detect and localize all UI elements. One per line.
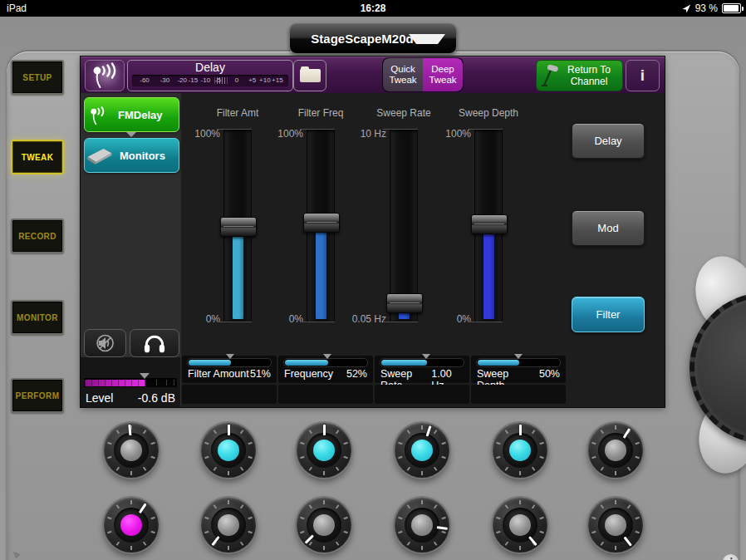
hardware-knob-inactive[interactable] (588, 498, 643, 553)
knob-cap-magenta (120, 514, 142, 536)
mixer-surface: StageScapeM20d SETUPTWEAKRECORDMONITORPE… (0, 17, 746, 560)
device-selector-dropdown[interactable]: StageScapeM20d (289, 23, 457, 54)
hardware-knob-inactive[interactable] (395, 498, 449, 553)
knob-cap-gray (313, 514, 335, 536)
fader-min-label: 0% (418, 313, 471, 325)
channel-mic-button[interactable] (85, 60, 125, 91)
quick-tweak-tab[interactable]: Quick Tweak (383, 58, 423, 91)
fader-fill (316, 224, 326, 319)
tweak-mode-switch: Quick Tweak Deep Tweak (383, 58, 463, 91)
delay-section-button[interactable]: Delay (572, 123, 645, 159)
fader-filter-amt[interactable]: Filter Amt100%0% (223, 129, 252, 322)
hardware-knob-inactive[interactable] (201, 498, 256, 553)
scale-tick-label: 0 (235, 76, 238, 84)
fader-handle[interactable] (471, 214, 508, 234)
fader-max-label: 10 Hz (333, 128, 386, 140)
param-slider[interactable] (380, 358, 464, 367)
preset-folder-button[interactable] (293, 60, 326, 91)
return-to-channel-button[interactable]: Return To Channel (536, 60, 623, 91)
knob-cap-cyan (313, 440, 335, 461)
tweak-window: Delay -60-30-20-15-10-50+5+10+15 Quick T… (81, 56, 665, 407)
param-empty-cell (182, 385, 277, 404)
filter-section-button[interactable]: Filter (572, 297, 645, 332)
param-label: Frequency (284, 368, 333, 380)
hardware-knob-inactive[interactable] (588, 423, 643, 478)
hardware-knob-magenta[interactable] (104, 498, 159, 553)
info-button[interactable]: i (626, 60, 660, 91)
sidebar-button-monitor[interactable]: MONITOR (11, 300, 64, 335)
scale-tick-label: -20 (177, 76, 187, 84)
fader-handle[interactable] (303, 213, 340, 233)
param-marker-icon (226, 354, 234, 359)
sidebar-button-setup[interactable]: SETUP (11, 60, 64, 95)
scale-tick-label: -10 (201, 76, 211, 84)
fader-fill (483, 225, 494, 319)
deep-tweak-tab[interactable]: Deep Tweak (423, 58, 463, 91)
level-marker-icon (140, 373, 150, 379)
param-marker-icon (422, 354, 430, 359)
scale-tick-label: -30 (160, 76, 170, 84)
fader-max-label: 100% (418, 128, 471, 140)
headphones-icon (142, 333, 167, 354)
param-text: Frequency52% (284, 368, 367, 380)
knob-cap-cyan (218, 440, 239, 461)
fader-fill (233, 228, 243, 319)
info-icon: i (640, 66, 645, 85)
fmdelay-effect-button[interactable]: FMDelay (84, 97, 179, 132)
ipad-screen: iPad 16:28 93 % StageScapeM20d SETUPTWEA… (0, 0, 746, 560)
knob-cap-gray (120, 440, 142, 461)
fader-sweep-depth[interactable]: Sweep Depth100%0% (474, 129, 503, 322)
param-slider-fill (478, 360, 519, 366)
headphones-button[interactable] (130, 329, 179, 357)
fader-min-label: 0% (167, 313, 220, 325)
param-slider[interactable] (187, 358, 272, 367)
mod-section-button[interactable]: Mod (572, 210, 645, 246)
hardware-knob-cyan[interactable] (201, 423, 256, 478)
level-meter[interactable] (84, 378, 177, 387)
fader-handle[interactable] (386, 293, 423, 313)
param-strip: Filter Amount51%Frequency52%Sweep Rate1.… (182, 356, 566, 383)
level-label: Level (86, 391, 113, 405)
speaker-mute-icon (94, 333, 117, 353)
monitors-effect-button[interactable]: Monitors (84, 138, 179, 173)
monitors-label: Monitors (120, 150, 165, 162)
hardware-knob-inactive[interactable] (493, 498, 547, 553)
hardware-knob-cyan[interactable] (395, 423, 449, 478)
chevron-down-icon (409, 34, 445, 44)
battery-percent: 93 % (695, 2, 718, 14)
sidebar-button-tweak[interactable]: TWEAK (11, 140, 64, 174)
hardware-knob-inactive[interactable] (104, 423, 159, 478)
hardware-knob-cyan[interactable] (297, 423, 351, 478)
param-value: 52% (346, 368, 367, 380)
scale-tick-label: +15 (272, 76, 283, 84)
knob-cap-gray (509, 514, 531, 536)
fader-filter-freq[interactable]: Filter Freq100%0% (307, 129, 335, 322)
speaker-mute-button[interactable] (84, 329, 126, 357)
param-slider-fill (285, 360, 328, 366)
fmdelay-label: FMDelay (118, 109, 162, 121)
param-filter-amount[interactable]: Filter Amount51% (182, 356, 277, 383)
resize-arrows-icon[interactable] (12, 550, 33, 560)
fader-sweep-rate[interactable]: Sweep Rate10 Hz0.05 Hz (390, 129, 418, 322)
param-slider[interactable] (476, 358, 561, 367)
sidebar-button-perform[interactable]: PERFORM (11, 378, 64, 413)
mic-stand-icon (541, 63, 559, 88)
knob-cap-gray (605, 514, 626, 536)
param-frequency[interactable]: Frequency52% (278, 356, 373, 383)
mic-waves-icon (85, 103, 113, 126)
knob-cap-gray (411, 514, 433, 536)
hardware-knob-inactive[interactable] (297, 498, 351, 553)
param-text: Filter Amount51% (188, 368, 271, 380)
folder-icon (300, 69, 321, 82)
hardware-knob-cyan[interactable] (493, 423, 547, 478)
fader-handle[interactable] (220, 217, 257, 237)
fader-min-label: 0% (250, 313, 303, 325)
param-sweep-depth[interactable]: Sweep Depth50% (471, 356, 566, 383)
effect-body: FMDelay Monitors (81, 93, 665, 407)
param-slider[interactable] (283, 358, 368, 367)
scale-tick-label: -5 (215, 76, 221, 84)
param-marker-icon (514, 354, 523, 359)
param-sweep-rate[interactable]: Sweep Rate1.00 Hz (375, 356, 469, 383)
level-tick (174, 380, 174, 386)
sidebar-button-record[interactable]: RECORD (11, 219, 64, 253)
